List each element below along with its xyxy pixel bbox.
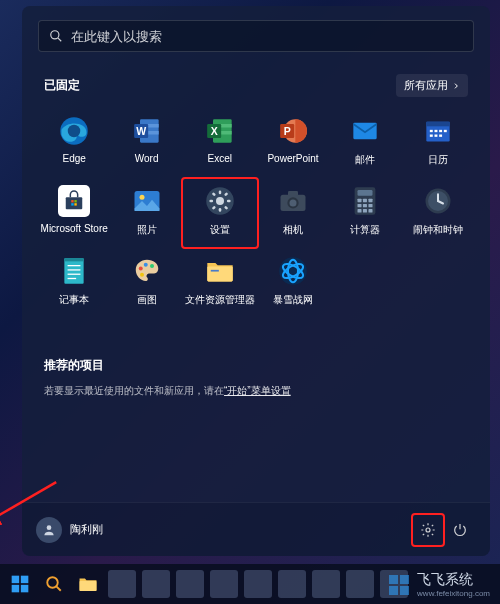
- svg-point-70: [143, 263, 147, 267]
- svg-rect-22: [439, 130, 442, 132]
- app-camera[interactable]: 相机: [257, 179, 329, 247]
- svg-rect-51: [363, 199, 367, 202]
- app-edge[interactable]: Edge: [38, 109, 110, 177]
- svg-point-0: [51, 31, 59, 39]
- svg-text:X: X: [210, 125, 217, 137]
- taskbar-item[interactable]: [176, 570, 204, 598]
- notepad-icon: [58, 255, 90, 287]
- app-store[interactable]: Microsoft Store: [38, 179, 110, 247]
- all-apps-label: 所有应用: [404, 78, 448, 93]
- photos-icon: [131, 185, 163, 217]
- power-button[interactable]: [444, 514, 476, 546]
- taskbar-start-button[interactable]: [6, 570, 34, 598]
- user-name[interactable]: 陶利刚: [70, 522, 103, 537]
- svg-point-80: [426, 528, 430, 532]
- app-clock[interactable]: 闹钟和时钟: [402, 179, 474, 247]
- svg-rect-38: [209, 200, 213, 203]
- taskbar-item[interactable]: [380, 570, 408, 598]
- avatar[interactable]: [36, 517, 62, 543]
- svg-point-86: [47, 577, 58, 588]
- folder-icon: [204, 255, 236, 287]
- taskbar-item[interactable]: [108, 570, 136, 598]
- taskbar-item[interactable]: [278, 570, 306, 598]
- app-label: 画图: [137, 293, 157, 307]
- calendar-icon: [422, 115, 454, 147]
- svg-text:W: W: [136, 125, 146, 137]
- svg-rect-54: [363, 204, 367, 207]
- svg-rect-84: [12, 585, 20, 593]
- app-label: 记事本: [59, 293, 89, 307]
- svg-rect-56: [358, 209, 362, 212]
- app-label: 计算器: [350, 223, 380, 237]
- svg-rect-53: [358, 204, 362, 207]
- app-file-explorer[interactable]: 文件资源管理器: [183, 249, 257, 317]
- svg-rect-27: [66, 197, 83, 209]
- svg-rect-57: [363, 209, 367, 212]
- app-photos[interactable]: 照片: [110, 179, 182, 247]
- app-label: 闹钟和时钟: [413, 223, 463, 237]
- svg-rect-24: [430, 135, 433, 137]
- app-battlenet[interactable]: 暴雪战网: [257, 249, 329, 317]
- taskbar-item[interactable]: [312, 570, 340, 598]
- calculator-icon: [349, 185, 381, 217]
- svg-rect-23: [444, 130, 447, 132]
- app-paint[interactable]: 画图: [110, 249, 182, 317]
- svg-rect-64: [65, 258, 84, 261]
- svg-rect-20: [430, 130, 433, 132]
- app-notepad[interactable]: 记事本: [38, 249, 110, 317]
- svg-point-33: [139, 195, 144, 200]
- app-calculator[interactable]: 计算器: [329, 179, 401, 247]
- clock-icon: [422, 185, 454, 217]
- user-bar: 陶利刚: [22, 502, 490, 556]
- svg-rect-39: [227, 200, 231, 203]
- gear-icon: [420, 522, 436, 538]
- svg-rect-74: [211, 270, 219, 272]
- all-apps-button[interactable]: 所有应用: [396, 74, 468, 97]
- power-icon: [452, 522, 468, 538]
- settings-gear-icon: [204, 185, 236, 217]
- app-calendar[interactable]: 日历: [402, 109, 474, 177]
- search-bar[interactable]: [38, 20, 474, 52]
- app-settings[interactable]: 设置: [183, 179, 257, 247]
- svg-rect-88: [80, 581, 97, 591]
- app-label: Edge: [63, 153, 86, 164]
- recommended-section: 推荐的项目 若要显示最近使用的文件和新应用，请在“开始”菜单设置: [44, 357, 468, 398]
- svg-rect-52: [369, 199, 373, 202]
- app-label: 照片: [137, 223, 157, 237]
- app-label: Word: [135, 153, 159, 164]
- svg-point-79: [47, 525, 52, 530]
- svg-rect-30: [71, 203, 73, 205]
- taskbar-item[interactable]: [244, 570, 272, 598]
- svg-rect-25: [434, 135, 437, 137]
- battlenet-icon: [277, 255, 309, 287]
- svg-point-35: [216, 197, 224, 205]
- search-icon: [49, 29, 63, 43]
- start-settings-link[interactable]: “开始”菜单设置: [224, 385, 291, 396]
- taskbar: [0, 564, 500, 604]
- svg-rect-21: [434, 130, 437, 132]
- svg-rect-82: [12, 576, 20, 584]
- pinned-label: 已固定: [44, 77, 80, 94]
- svg-rect-83: [21, 576, 29, 584]
- taskbar-item[interactable]: [210, 570, 238, 598]
- taskbar-file-explorer[interactable]: [74, 570, 102, 598]
- app-label: Excel: [208, 153, 232, 164]
- taskbar-item[interactable]: [142, 570, 170, 598]
- app-word[interactable]: W Word: [110, 109, 182, 177]
- folder-icon: [78, 575, 98, 593]
- svg-rect-31: [75, 203, 77, 205]
- app-mail[interactable]: 邮件: [329, 109, 401, 177]
- recommended-header: 推荐的项目: [44, 357, 468, 374]
- taskbar-search-button[interactable]: [40, 570, 68, 598]
- svg-rect-29: [75, 200, 77, 202]
- recommended-tip: 若要显示最近使用的文件和新应用，请在“开始”菜单设置: [44, 384, 468, 398]
- svg-rect-37: [219, 208, 222, 212]
- svg-rect-28: [71, 200, 73, 202]
- svg-rect-17: [354, 123, 377, 139]
- settings-button[interactable]: [412, 514, 444, 546]
- search-input[interactable]: [71, 29, 463, 44]
- app-powerpoint[interactable]: P PowerPoint: [257, 109, 329, 177]
- pinned-header: 已固定 所有应用: [44, 74, 468, 97]
- taskbar-item[interactable]: [346, 570, 374, 598]
- app-excel[interactable]: X Excel: [183, 109, 257, 177]
